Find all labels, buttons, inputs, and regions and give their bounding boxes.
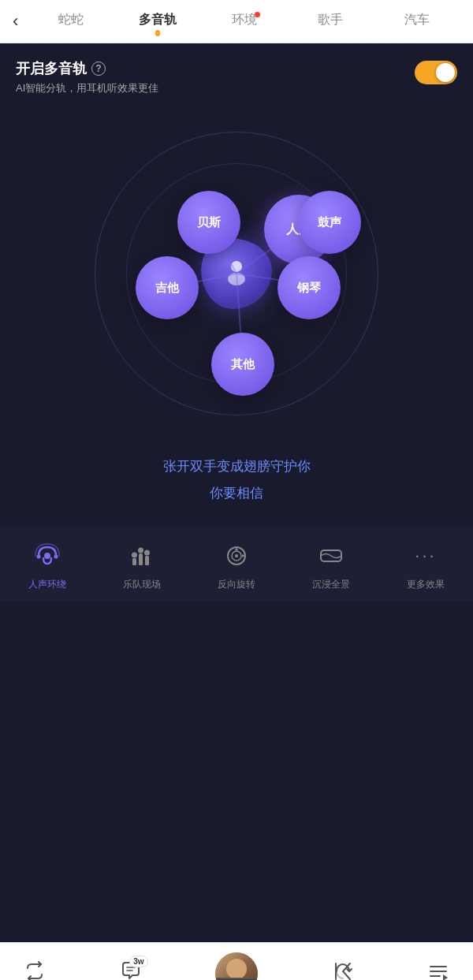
track-node-other[interactable]: 其他	[211, 333, 274, 396]
comment-button[interactable]: 3w	[120, 960, 142, 980]
main-content: 开启多音轨 ? AI智能分轨，用耳机听效果更佳	[0, 43, 473, 942]
svg-rect-10	[132, 558, 136, 565]
back-button[interactable]: ‹	[13, 11, 18, 32]
track-node-bass[interactable]: 贝斯	[177, 191, 240, 254]
svg-marker-25	[443, 974, 448, 980]
effect-vocal-surround[interactable]: 人声环绕	[16, 538, 79, 591]
effect-band-live[interactable]: 乐队现场	[110, 538, 173, 591]
tab-singer[interactable]: 歌手	[288, 12, 374, 32]
help-icon[interactable]: ?	[91, 61, 106, 76]
svg-point-14	[138, 548, 143, 553]
svg-point-1	[228, 273, 245, 285]
center-person-icon	[222, 257, 251, 291]
lyrics-section: 张开双手变成翅膀守护你 你要相信	[0, 431, 473, 526]
more-effects-icon: ···	[408, 538, 443, 573]
svg-point-18	[235, 554, 238, 557]
track-node-guitar[interactable]: 吉他	[136, 256, 199, 319]
reverse-rotate-icon	[219, 538, 254, 573]
track-node-drums[interactable]: 鼓声	[298, 191, 361, 254]
band-live-icon	[125, 538, 159, 573]
multitrack-toggle[interactable]	[415, 61, 457, 84]
immersive-icon	[314, 538, 348, 573]
immersive-label: 沉浸全景	[312, 578, 350, 591]
svg-point-0	[231, 261, 242, 272]
effects-bar: 人声环绕 乐队现场	[0, 526, 473, 601]
effect-immersive[interactable]: 沉浸全景	[300, 538, 363, 591]
bottom-player: 3w ⏸	[0, 942, 473, 980]
lyrics-line2: 你要相信	[16, 480, 457, 507]
effect-more[interactable]: ··· 更多效果	[394, 538, 457, 591]
lyrics-line1: 张开双手变成翅膀守护你	[16, 453, 457, 480]
vocal-surround-label: 人声环绕	[28, 578, 66, 591]
reverse-rotate-label: 反向旋转	[218, 578, 255, 591]
track-node-piano[interactable]: 钢琴	[277, 256, 341, 319]
toggle-info: 开启多音轨 ? AI智能分轨，用耳机听效果更佳	[16, 59, 158, 95]
svg-point-15	[144, 550, 150, 556]
repeat-button[interactable]	[24, 960, 46, 980]
player-avatar[interactable]: ⏸	[215, 952, 258, 980]
more-effects-label: 更多效果	[407, 578, 445, 591]
band-live-label: 乐队现场	[123, 578, 161, 591]
toggle-section: 开启多音轨 ? AI智能分轨，用耳机听效果更佳	[0, 43, 473, 108]
forward-button[interactable]	[332, 960, 354, 980]
svg-point-13	[132, 553, 137, 558]
tab-snake[interactable]: 蛇蛇	[28, 12, 114, 32]
svg-point-8	[37, 555, 41, 559]
effect-reverse-rotate[interactable]: 反向旋转	[205, 538, 268, 591]
vocal-surround-icon	[30, 538, 65, 573]
visualizer-section: 人声 贝斯 鼓声 吉他 钢琴 其他	[0, 108, 473, 431]
svg-rect-12	[145, 556, 149, 565]
environment-dot-badge	[255, 12, 260, 17]
svg-rect-11	[139, 553, 143, 565]
svg-point-9	[54, 555, 58, 559]
tab-multitrack[interactable]: 多音轨	[114, 12, 201, 32]
top-nav: ‹ 蛇蛇 多音轨 环境 歌手 汽车	[0, 0, 473, 43]
toggle-subtitle: AI智能分轨，用耳机听效果更佳	[16, 81, 158, 95]
tab-car[interactable]: 汽车	[374, 12, 460, 32]
tab-environment[interactable]: 环境	[201, 12, 288, 32]
toggle-title-text: 开启多音轨	[16, 59, 87, 78]
svg-point-7	[44, 553, 50, 559]
circle-container: 人声 贝斯 鼓声 吉他 钢琴 其他	[95, 132, 378, 415]
comment-badge: 3w	[129, 956, 147, 967]
playlist-button[interactable]	[427, 960, 449, 980]
active-dot	[155, 32, 160, 36]
